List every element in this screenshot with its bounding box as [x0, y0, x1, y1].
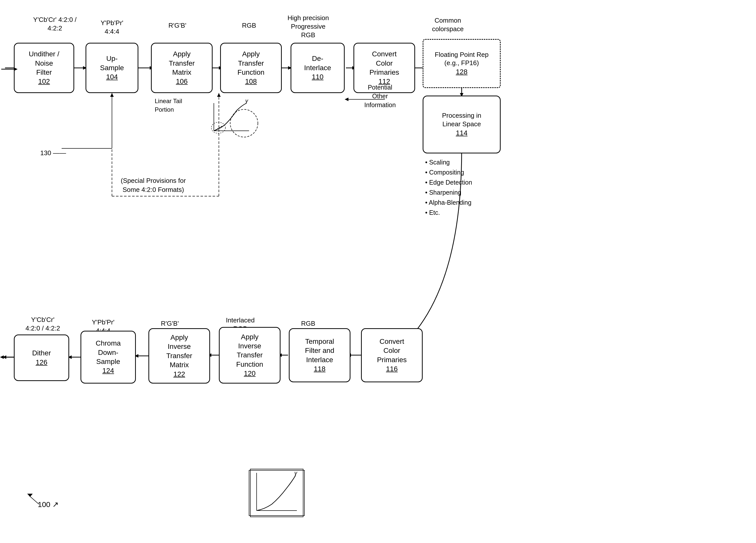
- block-124-num: 124: [102, 366, 114, 375]
- block-128-num: 128: [456, 67, 468, 76]
- block-114: Processing inLinear Space 114: [423, 96, 501, 153]
- block-116: ConvertColorPrimaries 116: [361, 328, 423, 382]
- block-118-num: 118: [314, 364, 326, 373]
- output-arrow: [0, 352, 15, 362]
- block-126-num: 126: [36, 358, 48, 367]
- diagram-container: Y'Cb'Cr' 4:2:0 / 4:2:2 Y'Pb'Pr'4:4:4 R'G…: [0, 0, 756, 543]
- block-128: Floating Point Rep(e.g., FP16) 128: [423, 39, 501, 88]
- gamma-curve-bottom: γ: [249, 468, 304, 518]
- block-102-num: 102: [38, 77, 50, 86]
- block-110-label: De-Interlace: [304, 54, 331, 72]
- svg-text:γ: γ: [245, 98, 249, 104]
- block-128-label: Floating Point Rep(e.g., FP16): [435, 51, 489, 68]
- block-104-num: 104: [106, 72, 118, 81]
- block-122-num: 122: [173, 370, 185, 379]
- block-104: Up-Sample 104: [86, 43, 138, 93]
- block-110: De-Interlace 110: [291, 43, 345, 93]
- block-102: Undither /NoiseFilter 102: [14, 43, 74, 93]
- block-116-label: ConvertColorPrimaries: [377, 337, 407, 364]
- svg-line-42: [29, 495, 39, 504]
- block-114-label: Processing inLinear Space: [442, 111, 481, 129]
- block-122-label: ApplyInverseTransferMatrix: [166, 333, 192, 370]
- block-118-label: TemporalFilter andInterlace: [305, 337, 334, 364]
- block-116-num: 116: [386, 364, 398, 373]
- label-ycbcr-top: Y'Cb'Cr' 4:2:0 / 4:2:2: [27, 16, 83, 33]
- block-106-num: 106: [176, 77, 188, 86]
- annotation-special: (Special Provisions forSome 4:2:0 Format…: [121, 176, 186, 194]
- block-126-label: Dither: [32, 349, 51, 358]
- processing-list: • Scaling • Compositing • Edge Detection…: [425, 157, 472, 218]
- svg-marker-35: [217, 93, 221, 97]
- block-124: ChromaDown-Sample 124: [81, 331, 136, 384]
- block-120-label: ApplyInverseTransferFunction: [236, 332, 263, 369]
- block-108: ApplyTransferFunction 108: [220, 43, 282, 93]
- annotation-130: 130 ——: [40, 148, 66, 157]
- block-106: ApplyTransferMatrix 106: [151, 43, 213, 93]
- svg-text:γ: γ: [294, 470, 298, 476]
- label-rgb-bottom: RGB: [293, 319, 323, 328]
- svg-marker-54: [14, 67, 18, 71]
- svg-marker-33: [110, 93, 114, 97]
- block-110-num: 110: [312, 72, 324, 81]
- block-102-label: Undither /NoiseFilter: [29, 50, 59, 77]
- block-114-num: 114: [456, 129, 468, 138]
- svg-marker-43: [27, 494, 33, 497]
- svg-point-48: [211, 122, 225, 133]
- block-104-label: Up-Sample: [100, 54, 124, 72]
- block-106-label: ApplyTransferMatrix: [169, 50, 195, 77]
- block-120: ApplyInverseTransferFunction 120: [219, 327, 281, 384]
- block-108-label: ApplyTransferFunction: [237, 50, 264, 77]
- label-hprgb-top: High precisionProgressiveRGB: [282, 14, 335, 39]
- block-108-num: 108: [245, 77, 257, 86]
- block-126: Dither 126: [14, 335, 69, 381]
- label-rgb-top: RGB: [236, 21, 262, 30]
- block-122: ApplyInverseTransferMatrix 122: [148, 328, 210, 384]
- label-ypbpr-top: Y'Pb'Pr'4:4:4: [89, 19, 135, 36]
- annotation-linear-tail: Linear TailPortion: [155, 97, 182, 114]
- block-124-label: ChromaDown-Sample: [96, 339, 121, 366]
- svg-marker-56: [0, 355, 4, 359]
- gamma-curve-top: γ: [206, 98, 257, 138]
- label-common-top: Commoncolorspace: [423, 16, 473, 33]
- annotation-potential: PotentialOtherInformation: [364, 83, 396, 109]
- block-120-num: 120: [244, 369, 256, 378]
- input-arrow: [0, 64, 20, 74]
- label-rgbp-top: R'G'B': [160, 21, 195, 30]
- figure-label: 100 ↗: [38, 499, 59, 510]
- block-118: TemporalFilter andInterlace 118: [289, 328, 350, 382]
- label-rgbp-bottom: R'G'B': [152, 319, 187, 328]
- label-ycbcr-bottom: Y'Cb'Cr'4:2:0 / 4:2:2: [15, 316, 70, 333]
- block-112-label: ConvertColorPrimaries: [369, 50, 399, 77]
- svg-marker-39: [345, 98, 348, 101]
